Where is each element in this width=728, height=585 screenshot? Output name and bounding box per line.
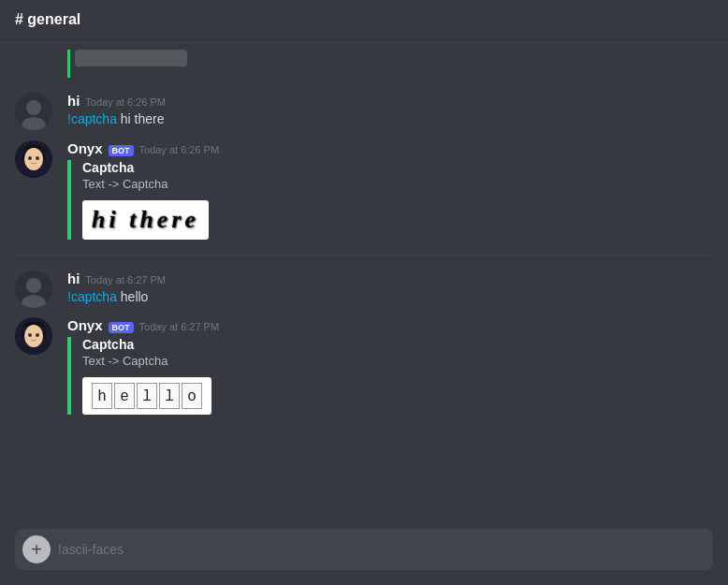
timestamp-2: Today at 6:27 PM [85, 274, 166, 285]
embed-image-2: h e l l o [82, 377, 211, 415]
channel-header: # general [0, 0, 728, 40]
command-args: hi there [121, 111, 165, 126]
embed-title-2: Captcha [82, 337, 554, 352]
bot-avatar-image-2 [15, 317, 52, 355]
avatar [15, 140, 52, 178]
bot-author-name-2: Onyx [67, 317, 103, 333]
embed-desc-2: Text -> Captcha [82, 354, 554, 368]
captcha-letter-l1: l [137, 383, 157, 409]
divider-1 [15, 255, 713, 256]
svg-point-6 [36, 156, 39, 160]
svg-point-8 [26, 278, 41, 293]
svg-point-5 [28, 156, 32, 160]
bot-badge-2: BOT [109, 322, 134, 333]
timestamp-bot-1: Today at 6:26 PM [139, 144, 220, 155]
captcha-text-1: hi there [92, 206, 199, 233]
author-line-2: hi Today at 6:27 PM [67, 271, 713, 286]
bot-author-name-1: Onyx [67, 140, 103, 156]
author-line-bot-2: Onyx BOT Today at 6:27 PM [67, 317, 713, 333]
command-args-2: hello [121, 289, 149, 304]
captcha-letter-e: e [114, 383, 135, 409]
captcha-letter-o: o [182, 383, 202, 409]
timestamp-bot-2: Today at 6:27 PM [139, 321, 220, 332]
embed-image-1: hi there [82, 200, 209, 240]
svg-point-11 [24, 325, 43, 347]
captcha-letter-h: h [92, 383, 112, 409]
message-group: hi Today at 6:26 PM !captcha hi there [0, 89, 728, 133]
message-content-2: !captcha hello [67, 288, 713, 307]
message-group-bot-1: Onyx BOT Today at 6:26 PM Captcha Text -… [0, 137, 728, 243]
embed-1: Captcha Text -> Captcha hi there [67, 160, 554, 240]
svg-point-13 [36, 333, 39, 337]
messages-container: hi Today at 6:26 PM !captcha hi there [0, 40, 728, 529]
author-name: hi [67, 93, 80, 109]
bot-badge-1: BOT [109, 145, 134, 156]
svg-point-4 [24, 148, 43, 170]
captcha-letters: h e l l o [92, 383, 202, 409]
bot-avatar-image [15, 140, 52, 178]
message-group-bot-2: Onyx BOT Today at 6:27 PM Captcha Text -… [0, 314, 728, 418]
author-name-2: hi [67, 271, 80, 286]
new-message-bar [67, 50, 70, 78]
input-bar: + [15, 529, 713, 570]
embed-title-1: Captcha [82, 160, 554, 175]
partial-message [0, 48, 728, 81]
avatar-image-2 [15, 271, 52, 308]
author-line: hi Today at 6:26 PM [67, 93, 713, 109]
captcha-letter-l2: l [159, 383, 180, 409]
avatar-image [15, 93, 52, 130]
input-area: + [0, 529, 728, 585]
author-line-bot-1: Onyx BOT Today at 6:26 PM [67, 140, 713, 156]
add-file-button[interactable]: + [22, 535, 51, 563]
avatar-human-2 [15, 271, 52, 308]
command-prefix-2: !captcha [67, 289, 117, 304]
embed-2: Captcha Text -> Captcha h e l l o [67, 337, 554, 415]
command-prefix: !captcha [67, 111, 117, 126]
message-input[interactable] [58, 542, 706, 557]
channel-title: # general [15, 11, 80, 27]
message-content: !captcha hi there [67, 110, 713, 129]
svg-point-12 [28, 333, 32, 337]
svg-point-1 [26, 100, 41, 115]
blurred-content [75, 50, 187, 66]
avatar [15, 93, 52, 130]
timestamp: Today at 6:26 PM [85, 96, 166, 108]
avatar-bot-2 [15, 317, 52, 355]
embed-desc-1: Text -> Captcha [82, 177, 554, 191]
message-group-human-2: hi Today at 6:27 PM !captcha hello [0, 267, 728, 311]
